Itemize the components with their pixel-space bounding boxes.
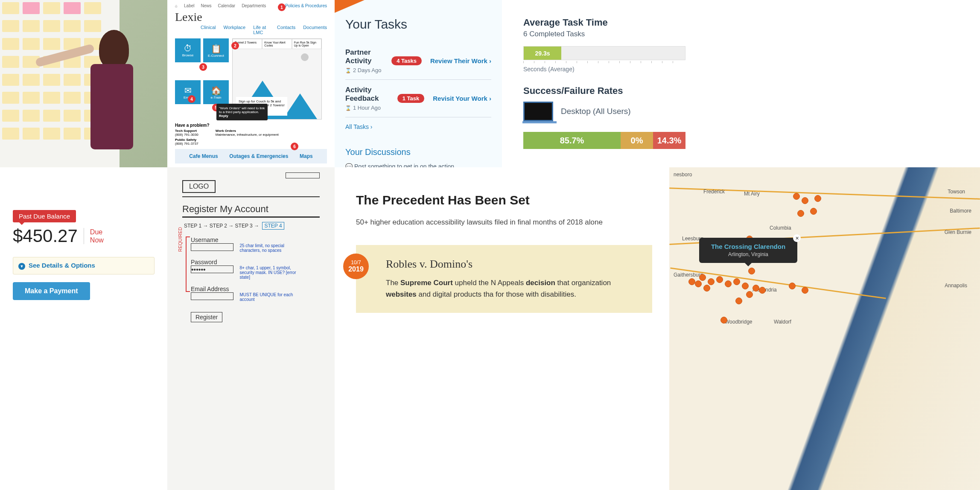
steps: STEP 1 → STEP 2 → STEP 3 → STEP 4 — [182, 223, 320, 229]
precedent-sub: 50+ higher education accessibility lawsu… — [356, 217, 652, 228]
map-pin[interactable] — [695, 280, 702, 287]
nav-label[interactable]: Label — [184, 3, 194, 8]
sticky-notes-photo: (function(){var b=document.querySelector… — [0, 0, 167, 167]
tile-etrain[interactable]: 🏠e-Train — [203, 80, 229, 104]
map-pin[interactable] — [746, 291, 753, 298]
nav-news[interactable]: News — [201, 3, 212, 8]
map-pin[interactable] — [703, 285, 710, 292]
hero-tab-3[interactable]: Fun Run 5k Sign Up is Open — [292, 39, 321, 49]
tooltip-title: The Crossing Clarendon — [707, 243, 790, 250]
revisit-work-link[interactable]: Revisit Your Work — [433, 94, 491, 103]
close-icon[interactable]: ✕ — [793, 234, 801, 242]
reply-link[interactable]: Reply — [219, 114, 228, 118]
marker-2: 2 — [231, 42, 239, 50]
map-pin[interactable] — [725, 280, 732, 287]
nav-policies[interactable]: 📄 Policies & Procedures — [279, 3, 327, 8]
map-pin[interactable] — [735, 298, 742, 304]
password-input[interactable]: •••••• — [191, 265, 233, 273]
city-label: Towson — [948, 189, 965, 195]
make-payment-button[interactable]: Make a Payment — [13, 282, 90, 300]
search-placeholder — [286, 172, 320, 178]
field-email: Email Address MUST BE UNIQUE for each ac… — [191, 286, 320, 302]
map-pin[interactable] — [708, 278, 715, 285]
past-due-tag: Past Due Balance — [13, 210, 76, 222]
hero-tab-2[interactable]: Know Your Alert Codes — [262, 39, 292, 49]
sf-heading: Success/Failure Rates — [523, 85, 959, 96]
nav-workplace[interactable]: Workplace — [223, 25, 245, 35]
neutral-rate: 0% — [621, 132, 653, 149]
date-badge: 10/72019 — [343, 254, 369, 279]
nav-life[interactable]: Life at LMC — [253, 25, 269, 35]
task-row: Activity Feedback 1 Hour Ago 1 Task Revi… — [345, 80, 491, 117]
tasks-heading: Your Tasks — [345, 17, 491, 32]
map-pin[interactable] — [810, 208, 817, 215]
city-label: nesboro — [674, 172, 692, 178]
see-details-toggle[interactable]: See Details & Options — [13, 257, 155, 274]
map-pin[interactable] — [797, 210, 804, 217]
corner-accent — [335, 0, 365, 13]
city-label: Gaithersburg — [674, 272, 703, 278]
map-pin[interactable] — [814, 195, 821, 202]
map-pin[interactable] — [716, 276, 723, 283]
case-body: The Supreme Court upheld the N Appeals d… — [386, 277, 639, 300]
email-input[interactable] — [191, 292, 233, 300]
payment-widget: Past Due Balance $450.27 DueNow See Deta… — [0, 167, 167, 490]
help-tech[interactable]: Tech Support(808) 791-3030 — [175, 129, 198, 137]
register-button[interactable]: Register — [191, 312, 222, 322]
map-pin[interactable] — [733, 278, 740, 285]
map-pin[interactable] — [742, 283, 749, 289]
tooltip-sub: Arlington, Virginia — [728, 251, 768, 257]
register-heading: Register My Account — [182, 204, 320, 215]
person — [73, 17, 150, 162]
city-label: Frederick — [703, 189, 725, 195]
link-maps[interactable]: Maps — [300, 153, 313, 159]
map-pin[interactable] — [748, 268, 755, 274]
map-pin[interactable] — [793, 193, 800, 200]
precedent-heading: The Precedent Has Been Set — [356, 193, 652, 207]
city-label: Waldorf — [774, 319, 791, 325]
task-title: Activity Feedback — [345, 86, 397, 103]
tile-browse[interactable]: ⏱Browse — [175, 38, 201, 62]
all-tasks-link[interactable]: All Tasks — [345, 123, 491, 130]
main-nav: Clinical Workplace Life at LMC Contacts … — [201, 25, 327, 35]
task-badge: 1 Task — [397, 94, 425, 103]
help-section: Have a problem? Tech Support(808) 791-30… — [175, 123, 327, 146]
axis-label: Seconds (Average) — [523, 66, 959, 73]
map-pin[interactable] — [699, 274, 706, 281]
marker-1: 1 — [278, 3, 286, 11]
link-cafe[interactable]: Cafe Menus — [189, 153, 218, 159]
map-pin[interactable] — [752, 285, 759, 292]
username-input[interactable] — [191, 243, 233, 251]
help-safety[interactable]: Public Safety(808) 791-3737 — [175, 138, 198, 146]
lexie-dashboard: ⌂ Label News Calendar Departments 📄 Poli… — [167, 0, 335, 167]
map-tooltip: ✕ The Crossing Clarendon Arlington, Virg… — [699, 238, 797, 263]
nav-departments[interactable]: Departments — [242, 3, 266, 8]
nav-documents[interactable]: Documents — [303, 25, 327, 35]
home-icon[interactable]: ⌂ — [175, 3, 178, 8]
help-workorders[interactable]: Work OrdersMaintenance, infrastructure, … — [216, 129, 279, 137]
nav-calendar[interactable]: Calendar — [218, 3, 236, 8]
amount: $450.27 — [13, 226, 78, 246]
tile-econnect[interactable]: 📋E-Connect — [203, 38, 229, 62]
avg-sub: 6 Completed Tasks — [523, 30, 959, 38]
map-pin[interactable] — [789, 283, 796, 289]
map-pin[interactable] — [802, 197, 808, 204]
top-nav: ⌂ Label News Calendar Departments 📄 Poli… — [175, 3, 327, 8]
comment-tooltip: "Work Orders" will need to link to a thi… — [216, 104, 268, 120]
tasks-panel: Your Tasks Partner Activity 2 Days Ago 4… — [335, 0, 502, 167]
map-view[interactable]: nesboro Frederick Mt Airy Towson Baltimo… — [669, 167, 980, 490]
city-label: Columbia — [770, 225, 791, 231]
map-pin[interactable] — [720, 317, 727, 324]
post-prompt[interactable]: Post something to get in on the action. — [345, 163, 491, 167]
precedent-section: The Precedent Has Been Set 50+ higher ed… — [335, 167, 669, 490]
nav-clinical[interactable]: Clinical — [201, 25, 216, 35]
link-outages[interactable]: Outages & Emergencies — [229, 153, 288, 159]
task-badge: 4 Tasks — [391, 56, 422, 65]
map-pin[interactable] — [759, 287, 766, 294]
review-work-link[interactable]: Review Their Work — [430, 57, 491, 65]
rates-bar: 85.7% 0% 14.3% — [523, 132, 685, 149]
task-row: Partner Activity 2 Days Ago 4 Tasks Revi… — [345, 42, 491, 80]
map-pin[interactable] — [688, 278, 695, 285]
nav-contacts[interactable]: Contacts — [277, 25, 295, 35]
map-pin[interactable] — [802, 287, 808, 294]
